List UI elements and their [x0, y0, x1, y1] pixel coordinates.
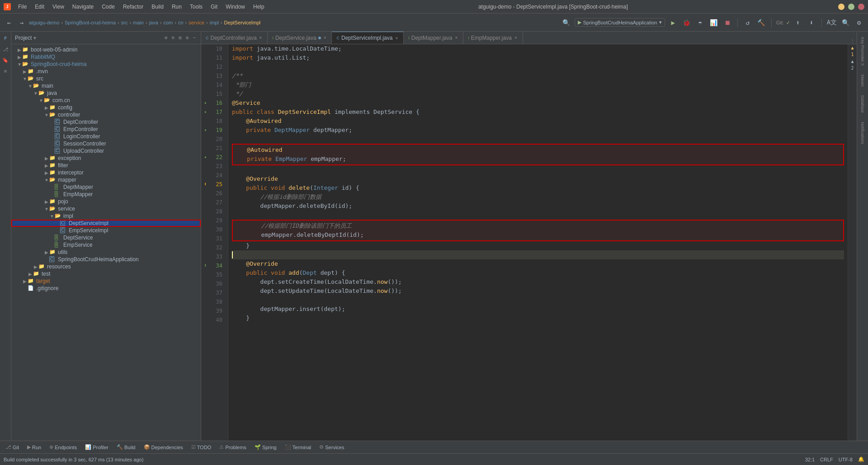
notifications-label[interactable]: Notifications	[857, 117, 868, 149]
tree-item-logincontroller[interactable]: C LoginController	[11, 133, 201, 140]
filter-button[interactable]: ⊞	[177, 34, 183, 41]
tree-item-gitignore[interactable]: 📄 .gitignore	[11, 285, 201, 292]
scope-button[interactable]: ⊕	[163, 34, 169, 41]
bottom-tab-terminal[interactable]: ⬛ Terminal	[281, 443, 315, 451]
tree-item-empmapper[interactable]: I EmpMapper	[11, 191, 201, 198]
bottom-tab-run[interactable]: ▶ Run	[24, 443, 45, 451]
code-editor[interactable]: 10 11 12 13 14 15 ✦ 16 ✦ 17 18 ✦ 19	[201, 44, 857, 441]
menu-item-view[interactable]: View	[49, 3, 68, 11]
key-promoter-label[interactable]: Key Promoter X	[857, 33, 868, 70]
close-button[interactable]: ×	[858, 4, 864, 10]
tab-deptcontroller[interactable]: C DeptController.java ×	[201, 32, 268, 44]
tab-close-button[interactable]: ×	[514, 35, 518, 40]
tab-close-button[interactable]: ×	[394, 36, 399, 41]
debug-button[interactable]: 🐞	[681, 17, 692, 28]
tree-item-test[interactable]: ▶ 📁 test	[11, 270, 201, 277]
database-label[interactable]: Database	[857, 92, 868, 117]
menu-item-code[interactable]: Code	[98, 3, 118, 11]
menu-item-refactor[interactable]: Refactor	[119, 3, 147, 11]
profile-button[interactable]: 📊	[708, 17, 719, 28]
maximize-button[interactable]: □	[848, 4, 854, 10]
bottom-tab-profiler[interactable]: 📊 Profiler	[81, 443, 112, 451]
menu-item-navigate[interactable]: Navigate	[69, 3, 97, 11]
encoding[interactable]: UTF-8	[839, 457, 853, 462]
notifications-status[interactable]: 🔔	[858, 456, 864, 462]
menu-item-window[interactable]: Window	[222, 3, 249, 11]
tree-item-controller[interactable]: ▼ 📂 controller	[11, 111, 201, 118]
tab-empmapper[interactable]: I EmpMapper.java ×	[463, 32, 523, 44]
push-button[interactable]: ⬆	[793, 17, 803, 28]
menu-item-edit[interactable]: Edit	[31, 3, 48, 11]
tree-item-sessioncontroller[interactable]: C SessionController	[11, 140, 201, 147]
structure-icon[interactable]: ≡	[0, 66, 10, 76]
settings-button[interactable]: ⚙	[854, 17, 864, 28]
project-icon[interactable]: P	[0, 33, 10, 43]
bookmarks-icon[interactable]: 🔖	[0, 55, 10, 65]
tab-close-button[interactable]: ×	[454, 35, 458, 40]
settings-button[interactable]: ⚙	[184, 34, 190, 41]
bottom-tab-git[interactable]: ⎇ Git	[2, 443, 23, 451]
tree-item-mapper[interactable]: ▼ 📂 mapper	[11, 176, 201, 183]
minimize-button[interactable]: −	[838, 4, 844, 10]
tree-item-springboot[interactable]: ▼ 📂 SpringBoot-crud-heima	[11, 61, 201, 68]
tab-deptservice[interactable]: I DeptService.java ×	[268, 32, 332, 44]
run-button[interactable]: ▶	[668, 17, 679, 28]
bottom-tab-services[interactable]: ⚙ Services	[316, 443, 348, 451]
tree-item-boot-web[interactable]: ▶ 📁 boot-web-05-admin	[11, 46, 201, 53]
tree-item-utils[interactable]: ▶ 📁 utils	[11, 249, 201, 256]
collapse-button[interactable]: ≡	[170, 34, 176, 41]
tab-close-button[interactable]: ×	[259, 35, 263, 40]
coverage-button[interactable]: ☂	[695, 17, 706, 28]
bottom-tab-problems[interactable]: ⚠ Problems	[216, 443, 250, 451]
run-config[interactable]: ▶ SpringBootCrudHeimaApplication ▾	[575, 18, 665, 27]
stop-button[interactable]: ⏹	[722, 17, 733, 28]
menu-item-tools[interactable]: Tools	[186, 3, 206, 11]
tree-item-src[interactable]: ▼ 📂 src	[11, 75, 201, 82]
bottom-tab-endpoints[interactable]: ⊕ Endpoints	[46, 443, 80, 451]
forward-button[interactable]: →	[16, 17, 27, 28]
recent-files-button[interactable]: ⋮	[850, 38, 855, 44]
tree-item-rabbitmq[interactable]: ▶ 📁 RabbitMQ	[11, 53, 201, 61]
sync-button[interactable]: ↺	[742, 17, 753, 28]
build-button[interactable]: 🔨	[756, 17, 767, 28]
search2-button[interactable]: 🔍	[840, 17, 851, 28]
cursor-position[interactable]: 32:1	[805, 457, 815, 462]
tree-item-filter[interactable]: ▶ 📁 filter	[11, 162, 201, 169]
tree-item-empserviceimpl[interactable]: C EmpServiceImpl	[11, 227, 201, 234]
tab-deptserviceimpl[interactable]: C DeptServiceImpl.java ×	[332, 32, 404, 44]
translate-button[interactable]: A文	[826, 17, 837, 28]
tree-item-comcn[interactable]: ▼ 📂 com.cn	[11, 97, 201, 104]
commit-icon[interactable]: ⎇	[0, 44, 10, 54]
tree-item-main[interactable]: ▼ 📂 main	[11, 82, 201, 89]
tree-item-exception[interactable]: ▶ 📁 exception	[11, 155, 201, 162]
search-button[interactable]: 🔍	[561, 17, 572, 28]
tab-close-button[interactable]: ×	[323, 35, 327, 40]
tree-item-impl[interactable]: ▼ 📂 impl	[11, 212, 201, 220]
tree-item-deptserviceimpl[interactable]: C DeptServiceImpl	[11, 220, 201, 227]
menu-item-help[interactable]: Help	[250, 3, 268, 11]
project-dropdown[interactable]: ▾	[33, 35, 36, 41]
bottom-tab-spring[interactable]: 🌱 Spring	[251, 443, 280, 451]
menu-item-run[interactable]: Run	[168, 3, 185, 11]
bottom-tab-dependencies[interactable]: 📦 Dependencies	[140, 443, 187, 451]
back-button[interactable]: ←	[4, 17, 14, 28]
tree-item-empservice[interactable]: I EmpService	[11, 241, 201, 249]
tree-item-interceptor[interactable]: ▶ 📁 interceptor	[11, 169, 201, 176]
menu-item-file[interactable]: File	[14, 3, 30, 11]
tree-item-uploadcontroller[interactable]: C UploadController	[11, 147, 201, 155]
line-ending[interactable]: CRLF	[820, 457, 833, 462]
tree-item-deptservice[interactable]: I DeptService	[11, 234, 201, 241]
minimize-panel-button[interactable]: −	[191, 34, 197, 41]
tree-item-service[interactable]: ▼ 📂 service	[11, 205, 201, 212]
tree-item-resources[interactable]: ▶ 📁 resources	[11, 263, 201, 270]
tree-item-pojo[interactable]: ▶ 📁 pojo	[11, 198, 201, 205]
tab-deptmapper[interactable]: I DeptMapper.java ×	[404, 32, 463, 44]
tree-item-deptmapper[interactable]: I DeptMapper	[11, 183, 201, 191]
bottom-tab-build[interactable]: 🔨 Build	[113, 443, 139, 451]
tree-item-target[interactable]: ▶ 📁 target	[11, 277, 201, 285]
tree-item-java[interactable]: ▼ 📂 java	[11, 89, 201, 97]
menu-item-git[interactable]: Git	[207, 3, 221, 11]
code-content[interactable]: import java.time.LocalDateTime; import j…	[228, 44, 848, 441]
bottom-tab-todo[interactable]: ☑ TODO	[188, 443, 215, 451]
pull-button[interactable]: ⬇	[806, 17, 817, 28]
